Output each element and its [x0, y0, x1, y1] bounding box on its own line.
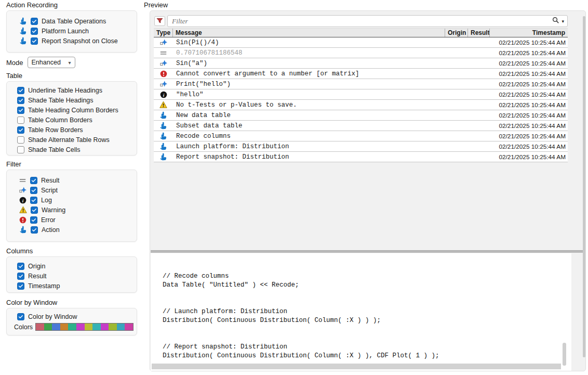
column-header[interactable]: Result — [468, 29, 490, 37]
checkbox[interactable] — [17, 107, 24, 114]
log-row[interactable]: Recode columns02/21/2025 10:25:44 AM — [154, 131, 568, 141]
checkbox-label: Shade Table Headings — [28, 97, 93, 104]
horizontal-scrollbar-thumb[interactable] — [152, 364, 561, 369]
chevron-down-icon: ▾ — [69, 60, 71, 66]
action-recording-panel: Data Table OperationsPlatform LaunchRepo… — [6, 10, 137, 53]
color-swatch[interactable] — [60, 324, 69, 330]
log-icon: i — [19, 197, 26, 204]
log-row[interactable]: Sin("a")02/21/2025 10:25:44 AM — [154, 58, 568, 69]
checkbox[interactable] — [17, 126, 24, 134]
vertical-scrollbar-thumb[interactable] — [563, 343, 566, 366]
log-row[interactable]: i"hello"02/21/2025 10:25:44 AM — [154, 89, 568, 100]
timestamp-cell: 02/21/2025 10:25:44 AM — [490, 70, 568, 77]
color-swatch-strip[interactable] — [35, 323, 133, 331]
color-swatch[interactable] — [44, 324, 52, 330]
color-swatch[interactable] — [68, 324, 76, 330]
script-preview-area[interactable]: // Recode columns Data Table( "Untitled"… — [151, 253, 571, 371]
checkbox[interactable] — [17, 146, 24, 153]
type-cell — [154, 143, 173, 150]
timestamp-cell: 02/21/2025 10:25:44 AM — [490, 49, 568, 57]
log-row[interactable]: Subset data table02/21/2025 10:25:44 AM — [154, 121, 568, 131]
checkbox[interactable] — [30, 187, 37, 194]
log-row[interactable]: Report snapshot: Distribution02/21/2025 … — [154, 152, 568, 162]
checkbox-label: Underline Table Headings — [28, 87, 102, 94]
color-swatch[interactable] — [85, 324, 93, 330]
checkbox-row: Timestamp — [10, 281, 133, 291]
timestamp-cell: 02/21/2025 10:25:44 AM — [490, 143, 568, 150]
filter-input[interactable] — [168, 17, 552, 25]
checkbox-row: Shade Table Headings — [10, 95, 133, 105]
checkbox-row: Underline Table Headings — [10, 85, 133, 95]
color-swatch[interactable] — [109, 324, 117, 330]
filter-heading: Filter — [6, 160, 21, 168]
checkbox[interactable] — [17, 263, 24, 270]
filter-funnel-button[interactable] — [154, 16, 165, 26]
message-cell: Print("hello") — [173, 81, 445, 88]
message-cell: Sin(Pi()/4) — [173, 39, 445, 46]
timestamp-cell: 02/21/2025 10:25:44 AM — [490, 112, 568, 119]
message-cell: Recode columns — [173, 133, 445, 140]
color-swatch[interactable] — [117, 324, 125, 330]
preview-scrollbar[interactable] — [583, 16, 585, 357]
log-row[interactable]: Cannot convert argument to a number [or … — [154, 69, 568, 79]
checkbox[interactable] — [31, 28, 38, 35]
color-swatch[interactable] — [92, 324, 101, 330]
script-icon — [160, 81, 167, 88]
checkbox-label: Shade Alternate Table Rows — [28, 136, 110, 144]
checkbox[interactable] — [31, 18, 38, 25]
checkbox-label: Error — [41, 216, 56, 224]
timestamp-cell: 02/21/2025 10:25:44 AM — [490, 60, 568, 67]
checkbox[interactable] — [17, 117, 24, 124]
log-row[interactable]: Launch platform: Distribution02/21/2025 … — [154, 141, 568, 152]
checkbox[interactable] — [17, 87, 24, 94]
type-cell — [154, 70, 173, 77]
column-header[interactable]: Origin — [445, 29, 468, 37]
log-row[interactable]: New data table02/21/2025 10:25:44 AM — [154, 110, 568, 121]
checkbox[interactable] — [30, 177, 37, 184]
warning-icon — [19, 206, 27, 214]
type-cell — [154, 49, 173, 57]
log-row[interactable]: No t-Tests or p-Values to save.02/21/202… — [154, 100, 568, 110]
preview-heading: Preview — [144, 1, 168, 9]
checkbox[interactable] — [17, 273, 24, 280]
column-header[interactable]: Message — [173, 29, 445, 37]
script-icon — [160, 39, 167, 46]
checkbox[interactable] — [31, 37, 38, 45]
search-controls[interactable]: ▾ — [552, 17, 567, 26]
type-cell — [154, 81, 173, 88]
error-icon — [160, 70, 167, 77]
checkbox[interactable] — [17, 136, 24, 144]
color-swatch[interactable] — [125, 324, 133, 330]
log-row[interactable]: 0.70710678118654802/21/2025 10:25:44 AM — [154, 48, 568, 58]
log-row[interactable]: Print("hello")02/21/2025 10:25:44 AM — [154, 79, 568, 89]
warning-icon — [159, 101, 167, 109]
mode-select[interactable]: Enhanced ▾ — [28, 57, 75, 68]
mode-row: Mode Enhanced ▾ — [6, 57, 75, 68]
checkbox-label: Timestamp — [28, 282, 60, 290]
checkbox[interactable] — [17, 282, 24, 290]
checkbox[interactable] — [31, 226, 38, 234]
action-icon — [159, 132, 167, 140]
column-header[interactable]: Type — [154, 29, 173, 37]
checkbox[interactable] — [31, 206, 38, 214]
timestamp-cell: 02/21/2025 10:25:44 AM — [490, 101, 568, 109]
column-header[interactable]: Timestamp — [490, 29, 568, 37]
filter-panel: ResultScriptiLogWarningErrorAction — [6, 170, 137, 242]
message-cell: Sin("a") — [173, 60, 445, 67]
timestamp-cell: 02/21/2025 10:25:44 AM — [490, 39, 568, 46]
checkbox[interactable] — [17, 313, 24, 320]
splitter-handle[interactable] — [151, 250, 585, 253]
message-cell: Cannot convert argument to a number [or … — [173, 70, 445, 77]
color-swatch[interactable] — [36, 324, 44, 330]
search-icon — [552, 17, 559, 26]
message-cell: New data table — [173, 112, 445, 119]
color-swatch[interactable] — [101, 324, 109, 330]
checkbox[interactable] — [30, 197, 37, 204]
log-row[interactable]: Sin(Pi()/4)02/21/2025 10:25:44 AM — [154, 37, 568, 48]
checkbox-label: Shade Table Cells — [28, 146, 81, 153]
action-icon — [19, 27, 27, 35]
color-swatch[interactable] — [76, 324, 85, 330]
color-swatch[interactable] — [52, 324, 60, 330]
checkbox[interactable] — [30, 216, 37, 224]
checkbox[interactable] — [17, 97, 24, 104]
